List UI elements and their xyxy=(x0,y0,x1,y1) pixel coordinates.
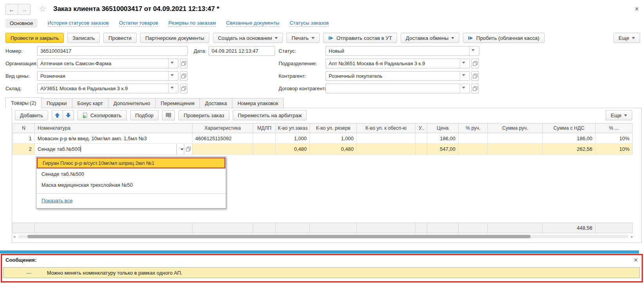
col-header-n[interactable]: N xyxy=(13,123,35,133)
chevron-down-icon[interactable] xyxy=(460,71,467,80)
horizontal-scrollbar[interactable]: ◂ ▸ xyxy=(13,234,633,239)
col-header-nomenclature[interactable]: Номенклатура xyxy=(35,123,192,133)
table-row[interactable]: 1 Мовасин р-р в/м введ. 10мг/мл амп. 1,5… xyxy=(13,133,633,144)
chevron-down-icon[interactable] xyxy=(460,59,467,68)
move-row-down-button[interactable] xyxy=(63,110,74,120)
col-header-manual-sum[interactable]: Сумма руч. xyxy=(488,123,543,133)
scrollbar-track[interactable] xyxy=(18,235,628,238)
open-form-icon xyxy=(181,73,186,79)
row1-price: 186,00 xyxy=(427,133,459,143)
messages-close-icon[interactable]: × xyxy=(634,256,638,264)
tab-additional[interactable]: Дополнительно xyxy=(108,98,156,108)
forward-button[interactable]: → xyxy=(18,4,30,14)
dropdown-separator xyxy=(36,193,226,194)
move-to-arbitration-button[interactable]: Переместить на арбитраж xyxy=(233,110,307,120)
back-button[interactable]: ← xyxy=(6,4,18,14)
chevron-down-icon[interactable] xyxy=(168,84,175,93)
row1-qty-order: 1,000 xyxy=(276,133,310,143)
chevron-down-icon xyxy=(311,37,315,41)
pick-button[interactable]: Подбор xyxy=(130,110,159,120)
col-header-qty-order[interactable]: К-во уп.заказ xyxy=(276,123,310,133)
organization-combobox[interactable]: Аптечная сеть Самсон-Фарма xyxy=(37,59,178,68)
table-row-editing[interactable]: 2 Сенаде таб.№500 0,480 0,480 547,00 262… xyxy=(13,144,633,155)
warehouse-combobox[interactable]: АУ3651 Москва 6-я Радиальная 3 к.9 xyxy=(37,84,178,93)
number-field[interactable]: 36510003417 xyxy=(37,46,188,56)
dropdown-item[interactable]: Сенаде таб.№500 xyxy=(36,168,226,179)
more-button-top[interactable]: Еще xyxy=(613,33,640,43)
row1-characteristic: 4606125115092 xyxy=(192,133,253,143)
counterparty-label: Контрагент: xyxy=(279,73,306,79)
scrollbar-thumb[interactable] xyxy=(27,235,531,238)
nomenclature-editor-input[interactable]: Сенаде таб.№500 xyxy=(35,144,176,154)
tab-package-numbers[interactable]: Номера упаковок xyxy=(232,98,284,108)
contract-combobox[interactable] xyxy=(326,84,470,93)
copy-row-button[interactable]: Скопировать xyxy=(77,110,127,120)
counterparty-open-button[interactable] xyxy=(471,71,479,81)
chevron-down-icon[interactable] xyxy=(168,59,175,68)
scroll-right-icon[interactable]: ▸ xyxy=(628,234,633,239)
organization-open-button[interactable] xyxy=(180,59,187,68)
fiscal-print-button[interactable]: Пробить (облачная касса) xyxy=(463,33,544,43)
splitter-bar[interactable] xyxy=(0,250,639,254)
post-and-close-button[interactable]: Провести и закрыть xyxy=(5,33,64,43)
nav-link-status-history[interactable]: История статусов заказов xyxy=(48,20,109,27)
chevron-down-icon[interactable] xyxy=(168,71,175,80)
save-button[interactable]: Записать xyxy=(67,33,100,43)
window-close-icon[interactable]: × xyxy=(635,5,639,13)
col-header-mdlp[interactable]: МДЛП xyxy=(253,123,276,133)
tab-delivery[interactable]: Доставка xyxy=(200,98,232,108)
tab-goods[interactable]: Товары (2) xyxy=(5,97,41,108)
move-row-up-button[interactable] xyxy=(52,110,63,120)
add-row-button[interactable]: Добавить xyxy=(15,110,48,120)
division-combobox[interactable]: Апт №3651 Москва 6-я Радиальная 3 к.9 xyxy=(326,59,470,68)
division-open-button[interactable] xyxy=(471,59,479,68)
more-button-table[interactable]: Еще xyxy=(606,110,632,120)
col-header-price[interactable]: Цена xyxy=(427,123,459,133)
nav-link-reserves[interactable]: Резервы по заказам xyxy=(168,20,216,27)
price-type-combobox[interactable]: Розничная xyxy=(37,71,178,81)
row2-price: 547,00 xyxy=(427,144,459,154)
row1-sum-vat: 186,00 xyxy=(543,133,595,143)
nav-link-stock[interactable]: Остатки товаров xyxy=(119,20,158,27)
check-order-button[interactable]: Проверить заказ xyxy=(178,110,229,120)
price-type-open-button[interactable] xyxy=(180,71,187,81)
message-item[interactable]: — Можно менять номенклатуру только в рам… xyxy=(3,267,640,278)
col-header-qty-supply[interactable]: К-во уп. к обесп-ю xyxy=(357,123,416,133)
col-header-u[interactable]: У.. xyxy=(416,123,427,133)
dropdown-item[interactable]: Маска медицинская трехслойная №50 xyxy=(36,179,226,190)
col-header-qty-reserve[interactable]: К-во уп. резерв xyxy=(310,123,357,133)
delivery-exchange-button[interactable]: Доставка обмены xyxy=(401,33,459,43)
tab-movements[interactable]: Перемещения xyxy=(156,98,200,108)
tab-gifts[interactable]: Подарки xyxy=(41,98,72,108)
partner-docs-button[interactable]: Партнерские документы xyxy=(140,33,209,43)
status-combobox[interactable]: Новый xyxy=(326,46,479,56)
nav-link-related-docs[interactable]: Связанные документы xyxy=(226,20,280,27)
scroll-left-icon[interactable]: ◂ xyxy=(13,234,18,239)
date-field[interactable]: 04.09.2021 12:13:47 xyxy=(209,46,275,56)
col-header-manual-percent[interactable]: % руч. xyxy=(459,123,488,133)
nav-link-order-statuses[interactable]: Статусы заказов xyxy=(290,20,329,27)
chevron-down-icon[interactable] xyxy=(469,46,476,55)
chevron-down-icon[interactable] xyxy=(460,84,467,93)
col-header-sum-vat[interactable]: Сумма с НДС xyxy=(543,123,595,133)
col-header-characteristic[interactable]: Характеристика xyxy=(192,123,253,133)
contract-open-button[interactable] xyxy=(471,84,479,93)
counterparty-combobox[interactable]: Розничный покупатель xyxy=(326,71,470,81)
warehouse-open-button[interactable] xyxy=(180,84,187,93)
number-label: Номер: xyxy=(5,48,23,54)
create-based-on-button[interactable]: Создать на основании xyxy=(213,33,283,43)
barcode-scan-button[interactable] xyxy=(162,110,175,120)
message-text: Можно менять номенклатуру только в рамка… xyxy=(47,270,182,276)
col-header-vat-percent[interactable]: % ... xyxy=(595,123,633,133)
open-form-icon xyxy=(473,61,478,66)
chevron-down-icon[interactable] xyxy=(176,144,184,154)
favorite-star-icon[interactable]: ☆ xyxy=(39,4,47,14)
dropdown-item-selected[interactable]: Гируан Плюс р-р в/суст.10мг/мл шприц 2мл… xyxy=(37,157,225,168)
post-button[interactable]: Провести xyxy=(103,33,137,43)
tab-bonus-cards[interactable]: Бонус карт xyxy=(72,98,109,108)
show-all-link[interactable]: Показать все xyxy=(36,196,77,207)
send-to-ut-button[interactable]: Отправить состав в УТ xyxy=(323,33,397,43)
print-button[interactable]: Печать xyxy=(286,33,320,43)
nav-tab-main[interactable]: Основное xyxy=(5,19,38,28)
nomenclature-open-button[interactable] xyxy=(184,144,192,154)
